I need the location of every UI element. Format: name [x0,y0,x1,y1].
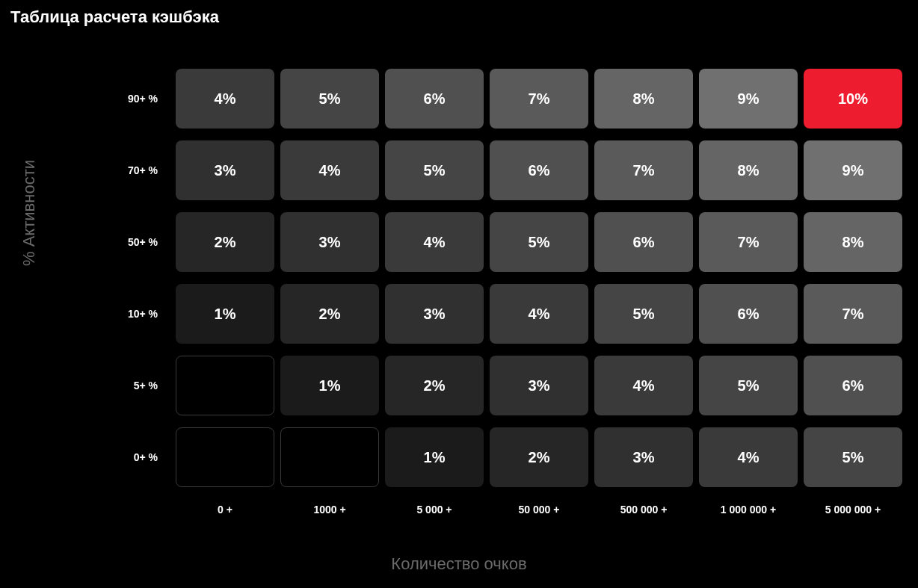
x-axis-label: Количество очков [0,554,918,574]
heatmap-cell: 10% [804,69,902,129]
heatmap-cell: 4% [699,427,798,487]
cashback-heatmap: % Активности 90+ %4%5%6%7%8%9%10%70+ %3%… [0,27,918,580]
heatmap-cell: 3% [176,140,274,200]
row-label: 5+ % [101,380,176,392]
heatmap-cell: 5% [490,212,588,272]
heatmap-cell: 5% [280,69,379,129]
heatmap-cell [176,356,274,415]
heatmap-cell: 3% [280,212,379,272]
heatmap-cell: 6% [385,69,484,129]
row-label: 70+ % [101,164,176,176]
heatmap-cell [176,427,274,487]
row-label: 50+ % [101,236,176,248]
heatmap-cell: 5% [594,284,693,344]
heatmap-cell: 2% [176,212,274,272]
heatmap-cell: 4% [176,69,274,129]
heatmap-cell: 9% [699,69,798,129]
column-label: 50 000 + [490,504,588,516]
heatmap-row: 10+ %1%2%3%4%5%6%7% [101,278,916,350]
heatmap-cell: 7% [490,69,588,129]
column-label: 0 + [176,504,274,516]
heatmap-row: 90+ %4%5%6%7%8%9%10% [101,63,916,134]
row-label: 90+ % [101,93,176,105]
heatmap-cell: 7% [594,140,693,200]
heatmap-cell: 2% [385,356,484,415]
row-label: 0+ % [101,451,176,463]
heatmap-cell: 4% [385,212,484,272]
heatmap-cell: 3% [594,427,693,487]
heatmap-cell: 6% [804,356,902,415]
heatmap-row: 50+ %2%3%4%5%6%7%8% [101,206,916,278]
heatmap-cell: 2% [490,427,588,487]
heatmap-cell: 7% [699,212,798,272]
heatmap-cell: 6% [594,212,693,272]
heatmap-row: 0+ %1%2%3%4%5% [101,421,916,493]
heatmap-cell: 1% [176,284,274,344]
column-label: 500 000 + [594,504,693,516]
heatmap-cell: 4% [594,356,693,415]
y-axis-label: % Активности [19,160,39,266]
heatmap-cell: 1% [280,356,379,415]
heatmap-cell: 6% [490,140,588,200]
page-title: Таблица расчета кэшбэка [0,0,918,27]
row-label: 10+ % [101,308,176,320]
column-label: 1 000 000 + [699,504,798,516]
heatmap-cell: 5% [699,356,798,415]
heatmap-cell: 7% [804,284,902,344]
heatmap-cell: 2% [280,284,379,344]
heatmap-cell: 9% [804,140,902,200]
column-label: 5 000 + [385,504,484,516]
heatmap-cell: 8% [699,140,798,200]
column-labels: 0 +1000 +5 000 +50 000 +500 000 +1 000 0… [176,504,916,516]
heatmap-cell: 4% [490,284,588,344]
heatmap-cell: 5% [385,140,484,200]
heatmap-cell: 3% [490,356,588,415]
column-label: 5 000 000 + [804,504,902,516]
heatmap-cell: 4% [280,140,379,200]
heatmap-grid: 90+ %4%5%6%7%8%9%10%70+ %3%4%5%6%7%8%9%5… [101,63,916,516]
heatmap-cell: 8% [594,69,693,129]
heatmap-row: 70+ %3%4%5%6%7%8%9% [101,134,916,206]
heatmap-cell: 1% [385,427,484,487]
heatmap-row: 5+ %1%2%3%4%5%6% [101,350,916,421]
heatmap-cell [280,427,379,487]
heatmap-cell: 8% [804,212,902,272]
heatmap-cell: 6% [699,284,798,344]
heatmap-cell: 3% [385,284,484,344]
column-label: 1000 + [280,504,379,516]
heatmap-cell: 5% [804,427,902,487]
